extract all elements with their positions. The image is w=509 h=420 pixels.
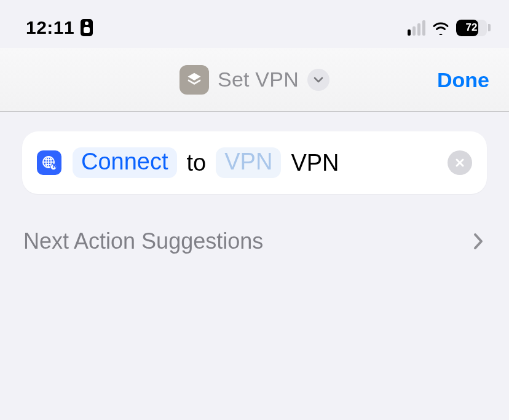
next-action-suggestions-row[interactable]: Next Action Suggestions: [22, 228, 487, 254]
nav-title-group[interactable]: Set VPN: [180, 65, 329, 95]
status-bar-left: 12:11: [26, 17, 93, 38]
connect-label: Connect: [81, 149, 168, 175]
svg-point-4: [53, 166, 55, 168]
content-area: Connect to VPN VPN Next Action Suggestio…: [0, 112, 509, 274]
vpn-param-label: VPN: [224, 149, 272, 175]
close-icon: [454, 157, 465, 168]
connect-param-pill[interactable]: Connect: [73, 147, 177, 178]
shortcut-icon: [180, 65, 209, 95]
done-button[interactable]: Done: [437, 68, 489, 91]
chevron-right-icon: [471, 234, 486, 249]
next-action-suggestions-label: Next Action Suggestions: [23, 228, 263, 254]
cellular-signal-icon: [408, 20, 425, 36]
page-title: Set VPN: [218, 68, 299, 91]
globe-vpn-icon: [37, 150, 61, 175]
status-bar-right: 72: [408, 20, 491, 36]
to-label: to: [187, 150, 207, 176]
face-id-icon: [81, 19, 93, 36]
remove-action-button[interactable]: [448, 150, 472, 175]
action-text: Connect to VPN VPN: [73, 147, 436, 178]
wifi-icon: [432, 20, 450, 35]
status-bar: 12:11 72: [0, 0, 509, 48]
vpn-param-pill[interactable]: VPN: [216, 147, 281, 178]
action-card[interactable]: Connect to VPN VPN: [22, 131, 487, 194]
nav-bar: Set VPN Done: [0, 48, 509, 112]
chevron-down-icon: [314, 77, 323, 83]
vpn-suffix-label: VPN: [291, 150, 339, 176]
title-menu-button[interactable]: [307, 69, 329, 91]
clock-time: 12:11: [26, 17, 74, 38]
battery-percentage: 72: [456, 20, 487, 36]
battery-indicator: 72: [456, 20, 491, 36]
